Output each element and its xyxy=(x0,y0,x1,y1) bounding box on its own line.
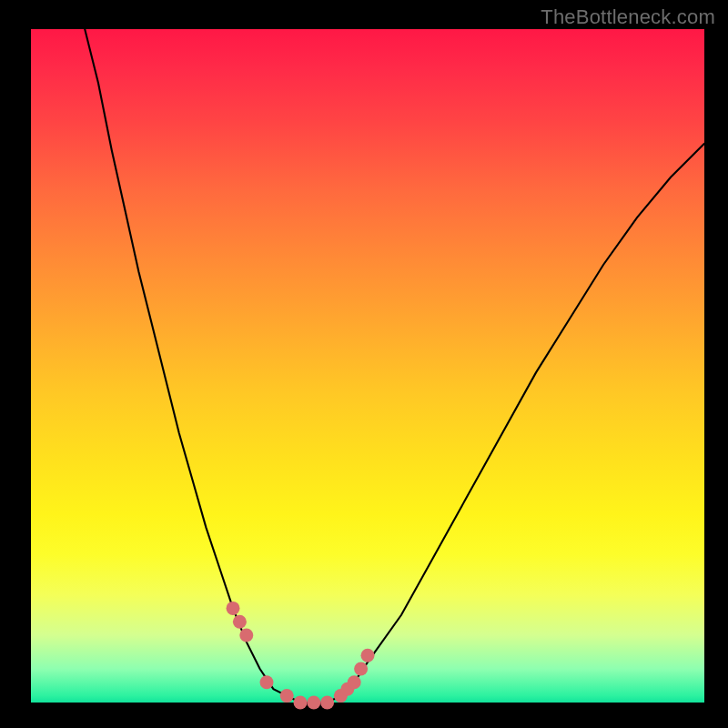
marker-dot xyxy=(280,689,294,703)
marker-dot xyxy=(320,696,334,710)
bottleneck-curve xyxy=(85,29,704,703)
marker-dot xyxy=(227,602,240,615)
curve-svg xyxy=(31,29,704,703)
marker-dot xyxy=(233,615,247,629)
marker-dot xyxy=(294,696,308,710)
marker-dot xyxy=(260,675,274,689)
marker-dot xyxy=(239,629,253,642)
chart-frame: TheBottleneck.com xyxy=(0,0,728,728)
highlight-markers xyxy=(227,602,375,710)
watermark-text: TheBottleneck.com xyxy=(541,5,715,29)
plot-area xyxy=(31,29,704,703)
marker-dot xyxy=(307,696,320,710)
marker-dot xyxy=(361,649,375,662)
marker-dot xyxy=(354,662,368,676)
marker-dot xyxy=(348,675,361,689)
